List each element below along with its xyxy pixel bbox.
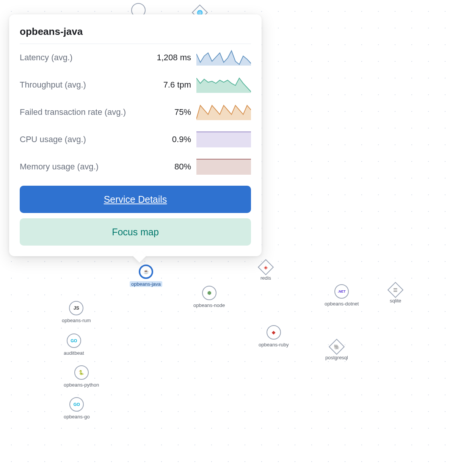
node-opbeans-dotnet[interactable]: .NETopbeans-dotnet (325, 284, 359, 307)
circle-icon: 🐍 (74, 365, 89, 380)
service-map-canvas[interactable]: ☕opbeans-javaJSopbeans-rumGOauditbeat🐍op… (0, 0, 458, 476)
node-opbeans-ruby[interactable]: ◆opbeans-ruby (259, 325, 289, 348)
service-details-button[interactable]: Service Details (20, 186, 251, 213)
metric-label: Throughput (avg.) (20, 80, 158, 90)
metric-row: Throughput (avg.) 7.6 tpm (20, 71, 251, 99)
circle-icon: ☕ (139, 265, 153, 279)
node-opbeans-go[interactable]: GOopbeans-go (64, 397, 90, 420)
metric-row: Memory usage (avg.) 80% (20, 153, 251, 180)
node-auditbeat[interactable]: GOauditbeat (64, 334, 84, 356)
node-label: opbeans-go (64, 414, 90, 420)
metric-value: 75% (174, 107, 191, 117)
diamond-icon: ☰ (387, 282, 403, 298)
node-label: opbeans-ruby (259, 342, 289, 348)
circle-icon: ◆ (267, 325, 281, 340)
node-postgresql[interactable]: 🐘postgresql (325, 341, 348, 360)
metric-value: 1,208 ms (157, 53, 191, 63)
service-popover: opbeans-java Latency (avg.) 1,208 ms Thr… (9, 14, 262, 256)
diamond-icon: ◈ (258, 259, 274, 275)
metric-label: Failed transaction rate (avg.) (20, 107, 169, 117)
diamond-icon: 🐘 (329, 339, 345, 355)
node-label: auditbeat (64, 350, 84, 356)
metric-value: 0.9% (172, 135, 191, 144)
node-opbeans-node[interactable]: ⬢opbeans-node (193, 286, 225, 308)
metric-value: 7.6 tpm (163, 80, 191, 90)
circle-icon: GO (67, 334, 81, 348)
node-label: opbeans-java (130, 281, 162, 287)
node-opbeans-rum[interactable]: JSopbeans-rum (62, 301, 91, 323)
metric-label: Latency (avg.) (20, 53, 152, 63)
metric-value: 80% (174, 162, 191, 172)
circle-icon: ⬢ (202, 286, 216, 300)
circle-icon: JS (69, 301, 83, 315)
popover-tail (133, 250, 146, 263)
metric-label: CPU usage (avg.) (20, 135, 167, 144)
metric-row: Latency (avg.) 1,208 ms (20, 44, 251, 71)
node-opbeans-python[interactable]: 🐍opbeans-python (64, 365, 99, 388)
node-redis[interactable]: ◈redis (260, 261, 271, 281)
focus-map-button[interactable]: Focus map (20, 218, 251, 246)
node-label: opbeans-python (64, 382, 99, 388)
svg-rect-2 (196, 159, 251, 175)
node-sqlite[interactable]: ☰sqlite (390, 284, 401, 304)
node-label: opbeans-rum (62, 318, 91, 323)
svg-rect-0 (196, 132, 251, 147)
metric-row: Failed transaction rate (avg.) 75% (20, 99, 251, 126)
popover-title: opbeans-java (20, 26, 251, 44)
metric-label: Memory usage (avg.) (20, 162, 169, 172)
metric-row: CPU usage (avg.) 0.9% (20, 126, 251, 153)
node-label: opbeans-node (193, 302, 225, 308)
node-label: postgresql (325, 355, 348, 360)
node-label: opbeans-dotnet (325, 301, 359, 307)
circle-icon: GO (69, 397, 84, 412)
node-label: redis (260, 275, 271, 281)
node-opbeans-java[interactable]: ☕opbeans-java (130, 265, 162, 287)
node-label: sqlite (390, 298, 401, 304)
circle-icon: .NET (334, 284, 349, 299)
